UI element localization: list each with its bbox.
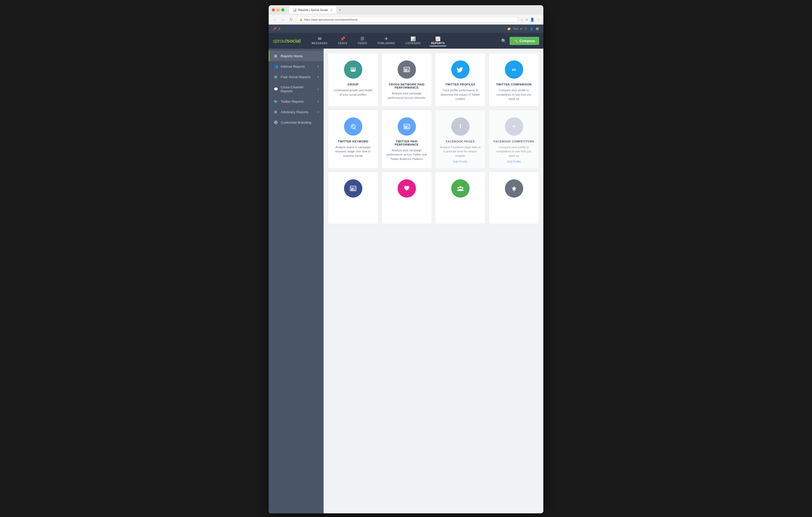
menu-icon[interactable]: ⋮ [536, 18, 540, 22]
bottom-1-icon [344, 179, 362, 197]
sidebar-item-reports-home[interactable]: ⊞ Reports Home [269, 51, 324, 61]
add-user-icon[interactable]: 👤 [530, 27, 533, 31]
back-button[interactable]: ← [272, 17, 278, 22]
facebook-competitors-add-profile[interactable]: Add Profile [507, 160, 521, 163]
svg-point-29 [514, 190, 514, 190]
cross-network-paid-desc: Analyze paid campaign performance across… [386, 91, 428, 100]
refresh-button[interactable]: ↻ [289, 17, 294, 22]
active-tab[interactable]: 📊 Reports | Sprout Social ✕ [289, 6, 336, 13]
report-card-group[interactable]: GROUP Understand growth and health of yo… [328, 53, 378, 107]
bookmark-icon[interactable]: ☆ [520, 18, 524, 22]
extensions-icon[interactable]: ≡ [526, 18, 528, 22]
sidebar-item-customize-branding[interactable]: ⚙️ Customize Branding [269, 117, 324, 127]
svg-rect-15 [406, 126, 407, 128]
lock-icon: 🔒 [299, 18, 302, 21]
url-bar[interactable]: 🔒 https://app.sproutsocial.com/reports/h… [296, 17, 518, 23]
report-card-facebook-pages[interactable]: f FACEBOOK PAGES Analyze Facebook page d… [435, 110, 486, 169]
svg-rect-16 [408, 127, 409, 128]
report-card-bottom-1[interactable] [328, 172, 378, 224]
svg-rect-1 [352, 68, 353, 69]
nav-reports[interactable]: 📈 REPORTS [430, 35, 446, 46]
content-area: GROUP Understand growth and health of yo… [324, 49, 543, 513]
facebook-pages-desc: Analyze Facebook page data at a granular… [439, 145, 481, 158]
report-card-facebook-competitors[interactable]: + FACEBOOK COMPETITORS Compare your prof… [489, 110, 539, 169]
twitter-comparison-title: TWITTER COMPARISON [496, 83, 532, 86]
sidebar-customize-branding-label: Customize Branding [281, 121, 319, 124]
nav-tasks-label: TASKS [338, 42, 347, 45]
report-card-bottom-3[interactable] [435, 172, 486, 224]
compose-button[interactable]: ✏️ Compose [510, 37, 539, 45]
sidebar-item-twitter-reports[interactable]: 🐦 Twitter Reports ▾ [269, 96, 324, 107]
paid-social-icon: ⊞ [273, 75, 278, 79]
reports-home-icon: ⊞ [273, 54, 278, 58]
minimize-button[interactable] [277, 8, 280, 11]
bottom-2-icon [398, 179, 416, 197]
profile-icon[interactable]: 👤 [530, 18, 534, 22]
sproutsocial-logo: sproutsocial [273, 38, 300, 44]
nav-listening-label: LISTENING [405, 42, 420, 45]
nav-publishing[interactable]: ✈ PUBLISHING [376, 35, 397, 46]
svg-rect-22 [354, 189, 355, 190]
forward-button[interactable]: → [280, 17, 286, 22]
bottom-3-icon [451, 179, 470, 197]
maximize-button[interactable] [281, 8, 284, 11]
twitter-profiles-icon [451, 60, 470, 79]
app-bar: sproutsocial ✉ MESSAGES 📌 TASKS ☰ FEEDS … [269, 33, 543, 49]
appbar-right: 🔍 ✏️ Compose [501, 37, 539, 45]
facebook-pages-add-profile[interactable]: Add Profile [453, 160, 467, 163]
report-card-bottom-4[interactable] [489, 172, 539, 224]
report-card-twitter-comparison[interactable]: vs TWITTER COMPARISON Compare your profi… [489, 53, 539, 107]
sidebar-item-internal-reports[interactable]: 👥 Internal Reports ▾ [269, 61, 324, 71]
sidebar-advocacy-label: Advocacy Reports [281, 110, 315, 114]
nav-messages[interactable]: ✉ MESSAGES [310, 35, 329, 46]
twitter-profiles-title: TWITTER PROFILES [445, 83, 475, 86]
nav-listening[interactable]: 📊 LISTENING [404, 35, 422, 46]
nav-reports-label: REPORTS [431, 42, 445, 45]
browser-window: 📊 Reports | Sprout Social ✕ + ← → ↻ 🔒 ht… [269, 5, 543, 513]
sidebar-item-advocacy[interactable]: ⊞ Advocacy Reports ▾ [269, 107, 324, 117]
cross-channel-icon: 💬 [273, 87, 278, 91]
nav-feeds-label: FEEDS [358, 42, 367, 45]
nav-feeds[interactable]: ☰ FEEDS [356, 35, 369, 46]
workspace-dropdown-icon[interactable]: ▾ [520, 27, 522, 31]
report-card-twitter-paid[interactable]: TWITTER PAID PERFORMANCE Analyze paid ca… [381, 110, 432, 169]
nav-tasks[interactable]: 📌 TASKS [337, 35, 349, 46]
compose-icon: ✏️ [514, 39, 518, 43]
pin-icon: 📌 [273, 27, 277, 31]
facebook-competitors-desc: Compare your profile to competitors to s… [493, 145, 535, 158]
facebook-pages-title: FACEBOOK PAGES [446, 140, 474, 143]
twitter-keyword-icon [344, 117, 362, 136]
sidebar-item-cross-channel[interactable]: 💬 Cross-Channel Reports ▾ [269, 82, 324, 96]
vs-text: vs [512, 67, 516, 71]
nav-messages-label: MESSAGES [312, 42, 327, 45]
tab-bar: 📊 Reports | Sprout Social ✕ + [289, 6, 540, 13]
settings-icon[interactable]: ⚙️ [535, 27, 539, 31]
bottom-4-icon [505, 179, 523, 197]
report-card-twitter-profiles[interactable]: TWITTER PROFILES Track profile performan… [435, 53, 486, 107]
new-tab-button[interactable]: + [337, 7, 343, 12]
internal-reports-icon: 👥 [273, 64, 278, 68]
compose-label: Compose [520, 39, 535, 43]
svg-rect-6 [405, 69, 405, 71]
workspace-label[interactable]: Test [513, 27, 518, 30]
sidebar-item-paid-social[interactable]: ⊞ Paid Social Reports ▾ [269, 71, 324, 82]
close-button[interactable] [272, 8, 275, 11]
url-text: https://app.sproutsocial.com/reports/hom… [304, 18, 357, 21]
search-button[interactable]: 🔍 [501, 38, 506, 43]
group-title: GROUP [347, 83, 359, 86]
report-card-cross-network-paid[interactable]: CROSS-NETWORK PAID PERFORMANCE Analyze p… [381, 53, 432, 107]
group-desc: Understand growth and health of your soc… [332, 88, 374, 97]
report-card-bottom-2[interactable] [381, 172, 432, 224]
add-icon[interactable]: ➕ [524, 27, 528, 31]
svg-rect-2 [353, 68, 355, 69]
tab-title: Reports | Sprout Social [298, 8, 328, 11]
facebook-pages-icon: f [451, 117, 470, 136]
svg-point-27 [457, 189, 459, 191]
main-nav: ✉ MESSAGES 📌 TASKS ☰ FEEDS ✈ PUBLISHING … [310, 35, 446, 46]
tab-close-button[interactable]: ✕ [330, 9, 332, 11]
svg-rect-7 [406, 69, 407, 71]
internal-reports-arrow: ▾ [318, 65, 319, 68]
group-icon [344, 60, 362, 79]
report-card-twitter-keyword[interactable]: TWITTER KEYWORD Analyze brand or campaig… [328, 110, 378, 169]
paid-social-arrow: ▾ [318, 75, 319, 79]
